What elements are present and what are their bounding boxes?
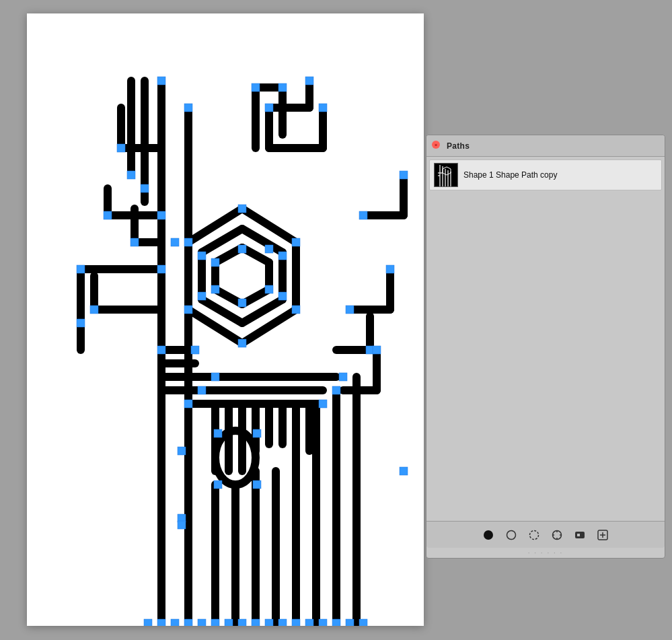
path-item[interactable]: Shape 1 Shape Path copy <box>429 159 662 190</box>
svg-point-155 <box>484 530 493 540</box>
svg-rect-138 <box>211 258 219 266</box>
svg-rect-78 <box>319 104 327 112</box>
selection-button[interactable] <box>526 527 542 543</box>
svg-rect-164 <box>577 534 580 536</box>
svg-rect-82 <box>104 211 112 219</box>
canvas-svg <box>27 13 424 626</box>
svg-rect-139 <box>265 285 273 293</box>
svg-rect-111 <box>238 619 246 626</box>
svg-rect-129 <box>214 429 222 437</box>
svg-rect-145 <box>198 292 206 300</box>
svg-rect-130 <box>253 429 261 437</box>
svg-rect-132 <box>253 481 261 489</box>
svg-rect-95 <box>400 171 408 179</box>
svg-rect-107 <box>184 619 192 626</box>
svg-rect-125 <box>400 467 408 475</box>
svg-rect-75 <box>252 83 260 92</box>
svg-rect-84 <box>130 238 139 246</box>
svg-point-156 <box>507 530 516 539</box>
svg-rect-109 <box>211 619 219 626</box>
svg-rect-106 <box>171 619 179 626</box>
svg-rect-73 <box>157 77 165 85</box>
thumbnail-image <box>435 164 457 186</box>
svg-point-62 <box>215 431 256 485</box>
svg-rect-119 <box>346 619 354 626</box>
panel-grip: · · · · · · <box>426 548 665 558</box>
svg-rect-98 <box>184 400 192 408</box>
svg-rect-140 <box>211 285 219 293</box>
svg-rect-89 <box>238 205 246 213</box>
svg-rect-76 <box>278 83 287 92</box>
svg-rect-118 <box>332 619 340 626</box>
paths-panel: × Paths <box>426 135 665 559</box>
svg-rect-77 <box>305 77 313 85</box>
canvas <box>27 13 424 626</box>
svg-rect-93 <box>184 306 192 314</box>
path-label: Shape 1 Shape Path copy <box>463 170 557 180</box>
svg-rect-88 <box>184 238 192 246</box>
svg-rect-113 <box>265 619 273 626</box>
svg-rect-137 <box>265 245 273 253</box>
svg-rect-120 <box>359 619 367 626</box>
svg-rect-83 <box>117 144 125 152</box>
panel-header: × Paths <box>426 135 665 157</box>
svg-rect-86 <box>141 184 149 192</box>
target-button[interactable] <box>549 527 565 543</box>
svg-rect-108 <box>198 619 206 626</box>
svg-rect-124 <box>373 346 381 354</box>
svg-rect-121 <box>157 346 165 354</box>
fill-path-button[interactable] <box>480 527 496 543</box>
svg-rect-133 <box>157 265 165 273</box>
svg-rect-143 <box>278 252 287 260</box>
svg-rect-81 <box>77 319 85 327</box>
svg-rect-136 <box>238 245 246 253</box>
add-path-button[interactable] <box>595 527 611 543</box>
svg-rect-131 <box>214 481 222 489</box>
svg-rect-117 <box>319 619 327 626</box>
svg-rect-99 <box>198 386 206 394</box>
svg-rect-105 <box>157 619 165 626</box>
stroke-path-button[interactable] <box>503 527 519 543</box>
svg-rect-101 <box>319 400 327 408</box>
svg-rect-90 <box>292 238 300 246</box>
svg-rect-115 <box>292 619 300 626</box>
svg-rect-103 <box>339 373 347 381</box>
mask-button[interactable] <box>572 527 588 543</box>
svg-rect-128 <box>178 521 186 529</box>
path-thumbnail <box>434 163 458 187</box>
svg-rect-141 <box>238 299 246 307</box>
svg-rect-144 <box>278 292 287 300</box>
svg-rect-80 <box>77 265 85 273</box>
svg-rect-104 <box>144 619 152 626</box>
panel-content: Shape 1 Shape Path copy <box>426 157 665 521</box>
panel-footer <box>426 521 665 548</box>
svg-rect-112 <box>252 619 260 626</box>
svg-rect-142 <box>198 252 206 260</box>
svg-point-157 <box>530 530 539 539</box>
svg-rect-85 <box>90 306 98 314</box>
svg-rect-100 <box>211 373 219 381</box>
svg-rect-135 <box>157 211 165 219</box>
svg-rect-94 <box>359 211 367 219</box>
svg-rect-126 <box>178 447 186 455</box>
svg-rect-97 <box>386 265 394 273</box>
svg-rect-91 <box>292 306 300 314</box>
svg-rect-116 <box>305 619 313 626</box>
svg-rect-114 <box>278 619 287 626</box>
svg-rect-134 <box>171 238 179 246</box>
svg-rect-96 <box>346 306 354 314</box>
svg-rect-102 <box>332 386 340 394</box>
close-button[interactable]: × <box>432 141 440 149</box>
close-icon: × <box>435 142 438 148</box>
svg-rect-110 <box>225 619 233 626</box>
svg-rect-122 <box>191 346 199 354</box>
panel-title: Paths <box>447 141 470 151</box>
svg-rect-87 <box>127 171 135 179</box>
svg-rect-92 <box>238 339 246 347</box>
svg-rect-79 <box>265 104 273 112</box>
svg-rect-74 <box>184 104 192 112</box>
